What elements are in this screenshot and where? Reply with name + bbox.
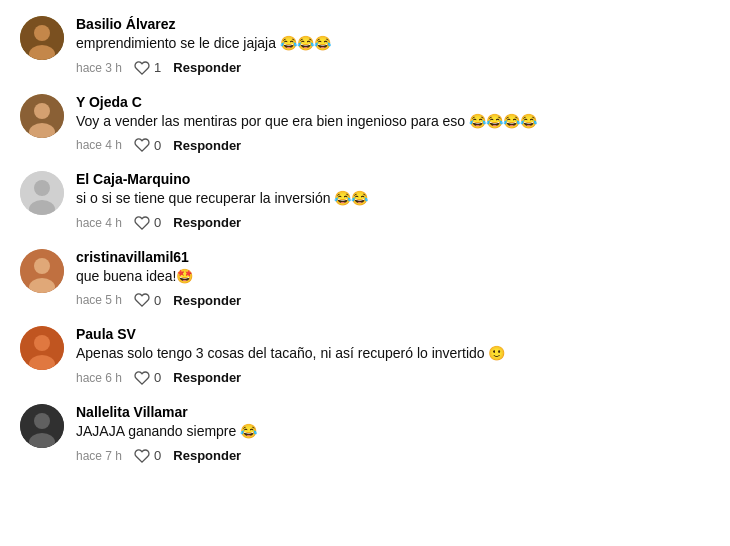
reply-button[interactable]: Responder: [173, 448, 241, 463]
comment-text: si o si se tiene que recuperar la invers…: [76, 189, 710, 209]
svg-point-10: [34, 258, 50, 274]
svg-point-16: [34, 413, 50, 429]
reply-button[interactable]: Responder: [173, 215, 241, 230]
comment-body: Paula SV Apenas solo tengo 3 cosas del t…: [76, 326, 710, 386]
like-button[interactable]: 0: [134, 137, 161, 153]
reply-button[interactable]: Responder: [173, 138, 241, 153]
comment-meta: hace 4 h 0 Responder: [76, 215, 710, 231]
comment-item: Y Ojeda C Voy a vender las mentiras por …: [20, 94, 710, 154]
like-count: 0: [154, 138, 161, 153]
comment-time: hace 5 h: [76, 293, 122, 307]
like-button[interactable]: 0: [134, 292, 161, 308]
avatar: [20, 171, 64, 215]
comment-time: hace 4 h: [76, 138, 122, 152]
comment-body: Nallelita Villamar JAJAJA ganando siempr…: [76, 404, 710, 464]
like-count: 1: [154, 60, 161, 75]
comment-body: Y Ojeda C Voy a vender las mentiras por …: [76, 94, 710, 154]
comment-text: que buena idea!🤩: [76, 267, 710, 287]
avatar: [20, 326, 64, 370]
comment-meta: hace 3 h 1 Responder: [76, 60, 710, 76]
comment-meta: hace 7 h 0 Responder: [76, 448, 710, 464]
comment-time: hace 6 h: [76, 371, 122, 385]
comment-time: hace 4 h: [76, 216, 122, 230]
username: Basilio Álvarez: [76, 16, 710, 32]
comment-meta: hace 6 h 0 Responder: [76, 370, 710, 386]
svg-point-1: [34, 25, 50, 41]
avatar: [20, 94, 64, 138]
comment-item: Nallelita Villamar JAJAJA ganando siempr…: [20, 404, 710, 464]
like-count: 0: [154, 370, 161, 385]
like-button[interactable]: 0: [134, 448, 161, 464]
like-button[interactable]: 0: [134, 215, 161, 231]
comment-meta: hace 5 h 0 Responder: [76, 292, 710, 308]
username: Paula SV: [76, 326, 710, 342]
comment-meta: hace 4 h 0 Responder: [76, 137, 710, 153]
comment-body: cristinavillamil61 que buena idea!🤩 hace…: [76, 249, 710, 309]
heart-icon: [134, 215, 150, 231]
heart-icon: [134, 292, 150, 308]
heart-icon: [134, 60, 150, 76]
comment-time: hace 3 h: [76, 61, 122, 75]
comment-item: cristinavillamil61 que buena idea!🤩 hace…: [20, 249, 710, 309]
username: Nallelita Villamar: [76, 404, 710, 420]
like-button[interactable]: 1: [134, 60, 161, 76]
svg-point-4: [34, 103, 50, 119]
comment-text: Apenas solo tengo 3 cosas del tacaño, ni…: [76, 344, 710, 364]
svg-point-7: [34, 180, 50, 196]
like-count: 0: [154, 293, 161, 308]
comment-item: Basilio Álvarez emprendimiento se le dic…: [20, 16, 710, 76]
heart-icon: [134, 137, 150, 153]
comment-time: hace 7 h: [76, 449, 122, 463]
like-button[interactable]: 0: [134, 370, 161, 386]
comment-item: Paula SV Apenas solo tengo 3 cosas del t…: [20, 326, 710, 386]
reply-button[interactable]: Responder: [173, 60, 241, 75]
avatar: [20, 404, 64, 448]
comment-body: Basilio Álvarez emprendimiento se le dic…: [76, 16, 710, 76]
username: El Caja-Marquino: [76, 171, 710, 187]
like-count: 0: [154, 448, 161, 463]
comment-text: JAJAJA ganando siempre 😂: [76, 422, 710, 442]
avatar: [20, 16, 64, 60]
like-count: 0: [154, 215, 161, 230]
username: Y Ojeda C: [76, 94, 710, 110]
reply-button[interactable]: Responder: [173, 293, 241, 308]
reply-button[interactable]: Responder: [173, 370, 241, 385]
comment-body: El Caja-Marquino si o si se tiene que re…: [76, 171, 710, 231]
comments-list: Basilio Álvarez emprendimiento se le dic…: [20, 16, 710, 464]
comment-text: Voy a vender las mentiras por que era bi…: [76, 112, 710, 132]
avatar: [20, 249, 64, 293]
heart-icon: [134, 370, 150, 386]
svg-point-13: [34, 335, 50, 351]
heart-icon: [134, 448, 150, 464]
comment-text: emprendimiento se le dice jajaja 😂😂😂: [76, 34, 710, 54]
username: cristinavillamil61: [76, 249, 710, 265]
comment-item: El Caja-Marquino si o si se tiene que re…: [20, 171, 710, 231]
